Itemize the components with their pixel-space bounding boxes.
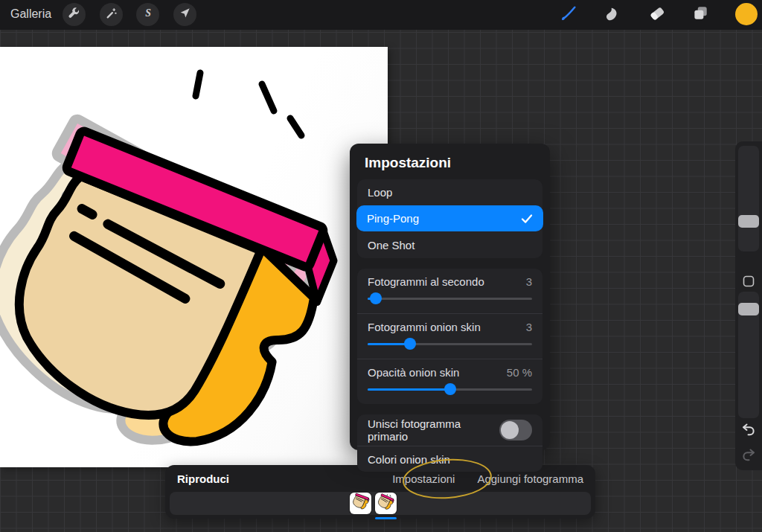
animation-settings-popup: Impostazioni Loop Ping-Pong One Shot F bbox=[350, 144, 550, 450]
blend-primary-row: Unisci fotogramma primario bbox=[357, 414, 542, 446]
procreate-window: Galleria S bbox=[0, 0, 762, 532]
onion-frames-slider[interactable] bbox=[368, 338, 532, 350]
transform-arrow-icon bbox=[179, 7, 191, 22]
frame-thumbnail-2[interactable] bbox=[375, 493, 397, 514]
gallery-button[interactable]: Galleria bbox=[10, 7, 51, 21]
eraser-icon bbox=[648, 4, 666, 25]
sliders-group: Fotogrammi al secondo 3 Fotogrammi onion… bbox=[357, 269, 542, 404]
layers-button[interactable] bbox=[691, 5, 710, 25]
selection-button[interactable]: S bbox=[136, 3, 159, 26]
onion-opacity-label: Opacità onion skin bbox=[368, 366, 459, 379]
fps-slider-thumb[interactable] bbox=[370, 292, 382, 304]
top-toolbar: Galleria S bbox=[0, 0, 762, 30]
brush-size-slider[interactable] bbox=[738, 146, 759, 251]
fps-label: Fotogrammi al secondo bbox=[368, 275, 484, 288]
actions-button[interactable] bbox=[63, 3, 86, 26]
play-button[interactable]: Riproduci bbox=[177, 472, 229, 485]
magic-wand-icon bbox=[105, 7, 118, 22]
animation-assist-bar: Riproduci Impostazioni Aggiungi fotogram… bbox=[165, 465, 595, 519]
adjustments-button[interactable] bbox=[100, 3, 123, 26]
redo-icon bbox=[740, 446, 758, 464]
onion-opacity-slider-thumb[interactable] bbox=[444, 383, 456, 395]
active-color-swatch[interactable] bbox=[735, 3, 758, 25]
option-one-shot[interactable]: One Shot bbox=[357, 231, 542, 258]
smudge-tool-button[interactable] bbox=[603, 5, 622, 25]
option-ping-pong[interactable]: Ping-Pong bbox=[356, 205, 543, 231]
brush-size-handle[interactable] bbox=[738, 215, 759, 228]
transform-button[interactable] bbox=[173, 3, 196, 26]
selected-frame-indicator bbox=[375, 517, 397, 519]
onion-opacity-value: 50 % bbox=[507, 366, 532, 379]
wrench-icon bbox=[68, 7, 80, 22]
onion-frames-label: Fotogrammi onion skin bbox=[368, 321, 481, 333]
blend-primary-label: Unisci fotogramma primario bbox=[368, 417, 499, 443]
onion-opacity-row: Opacità onion skin 50 % bbox=[357, 359, 542, 404]
canvas-artwork bbox=[0, 47, 388, 467]
onion-opacity-slider[interactable] bbox=[368, 383, 532, 395]
toggle-knob bbox=[501, 421, 519, 439]
brush-tool-button[interactable] bbox=[559, 5, 578, 25]
add-frame-button[interactable]: Aggiungi fotogramma bbox=[477, 472, 583, 485]
selection-s-icon: S bbox=[141, 7, 154, 22]
sidebar-controls bbox=[735, 141, 762, 470]
blend-primary-toggle[interactable] bbox=[499, 420, 532, 440]
square-icon bbox=[741, 274, 756, 289]
fps-slider[interactable] bbox=[368, 292, 532, 304]
undo-button[interactable] bbox=[740, 421, 758, 439]
fps-value: 3 bbox=[526, 275, 532, 288]
undo-icon bbox=[740, 421, 758, 439]
frame-thumbnail-1[interactable] bbox=[350, 493, 371, 514]
onion-frames-slider-thumb[interactable] bbox=[404, 338, 416, 350]
onion-frames-row: Fotogrammi onion skin 3 bbox=[357, 313, 542, 359]
eraser-tool-button[interactable] bbox=[647, 5, 667, 25]
smudge-finger-icon bbox=[603, 4, 621, 25]
frame-2-art bbox=[375, 493, 397, 514]
popup-title: Impostazioni bbox=[350, 144, 550, 179]
fps-row: Fotogrammi al secondo 3 bbox=[357, 269, 542, 313]
drawing-canvas[interactable] bbox=[0, 47, 388, 467]
brush-icon bbox=[560, 4, 577, 25]
checkmark-icon bbox=[521, 214, 533, 224]
layers-icon bbox=[691, 4, 709, 25]
option-loop[interactable]: Loop bbox=[357, 179, 542, 205]
opacity-handle[interactable] bbox=[738, 303, 759, 315]
loop-mode-group: Loop Ping-Pong One Shot bbox=[357, 179, 542, 258]
modify-button[interactable] bbox=[741, 274, 756, 289]
svg-text:S: S bbox=[145, 7, 151, 19]
frame-1-art bbox=[350, 493, 371, 514]
onion-frames-value: 3 bbox=[526, 321, 532, 333]
redo-button[interactable] bbox=[740, 446, 758, 464]
